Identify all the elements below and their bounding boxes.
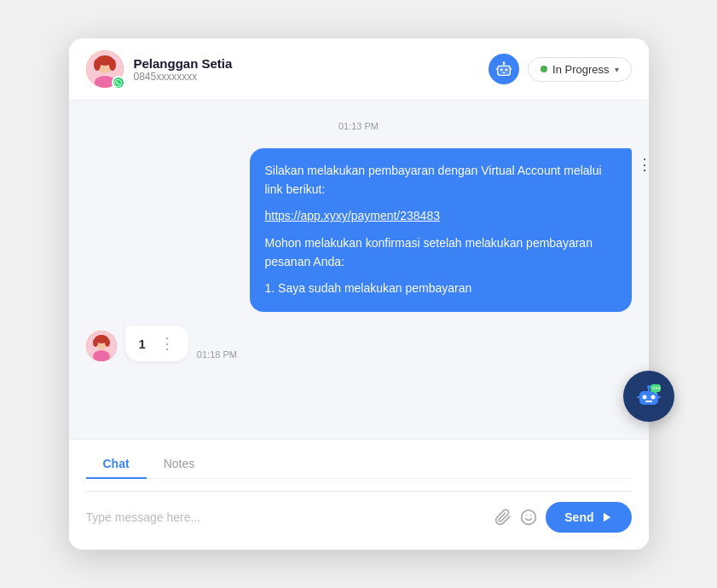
svg-point-4 — [94, 59, 101, 71]
incoming-bubble-row: 1 ⋮ 01:18 PM — [86, 326, 632, 361]
svg-point-33 — [658, 388, 660, 389]
bot-icon-header — [489, 54, 519, 84]
bubble-link[interactable]: https://app.xyxy/payment/238483 — [265, 207, 616, 226]
emoji-button[interactable] — [520, 509, 537, 526]
chevron-down-icon: ▾ — [615, 65, 619, 74]
chat-window: Pelanggan Setia 0845xxxxxxxx In Progress… — [69, 38, 649, 550]
bubble-number: 1 — [139, 337, 146, 351]
svg-point-12 — [503, 61, 506, 64]
divider — [86, 491, 632, 492]
svg-point-26 — [647, 385, 651, 389]
header-info: Pelanggan Setia 0845xxxxxxxx — [134, 56, 489, 83]
svg-rect-10 — [502, 72, 506, 73]
svg-point-32 — [656, 388, 657, 389]
message-input[interactable] — [86, 504, 487, 531]
outgoing-bubble-wrap: Silakan melakukan pembayaran dengan Virt… — [86, 148, 632, 312]
bubble-line-3: Mohon melakukan konfirmasi setelah melak… — [265, 234, 616, 271]
avatar-wrap — [86, 50, 124, 88]
small-avatar — [86, 331, 117, 361]
svg-point-5 — [109, 59, 116, 71]
contact-name: Pelanggan Setia — [134, 56, 489, 71]
input-row: Send — [86, 502, 632, 533]
svg-point-9 — [505, 69, 507, 72]
svg-marker-37 — [603, 513, 610, 522]
floating-bot-button[interactable] — [623, 371, 674, 422]
send-label: Send — [564, 510, 593, 524]
incoming-bubble: 1 ⋮ — [125, 326, 188, 361]
outgoing-bubble: Silakan melakukan pembayaran dengan Virt… — [250, 148, 632, 312]
bubble-menu-icon[interactable]: ⋮ — [637, 157, 652, 172]
attachment-button[interactable] — [494, 509, 512, 526]
status-dot — [541, 66, 547, 72]
timestamp-in: 01:18 PM — [197, 349, 237, 360]
bubble-options-icon[interactable]: ⋮ — [159, 334, 175, 353]
svg-point-22 — [642, 395, 646, 400]
svg-point-19 — [93, 338, 98, 347]
status-badge[interactable]: In Progress ▾ — [528, 57, 631, 82]
svg-rect-24 — [645, 401, 652, 402]
svg-point-20 — [105, 338, 110, 347]
input-icons — [494, 509, 537, 526]
svg-point-31 — [653, 388, 655, 389]
timestamp-out: 01:13 PM — [86, 121, 632, 131]
svg-point-34 — [522, 510, 536, 525]
contact-phone: 0845xxxxxxxx — [134, 71, 489, 83]
svg-rect-6 — [498, 66, 511, 75]
whatsapp-badge — [112, 76, 125, 89]
chat-header: Pelanggan Setia 0845xxxxxxxx In Progress… — [69, 38, 649, 101]
svg-point-8 — [500, 69, 503, 72]
messages-area: 01:13 PM Silakan melakukan pembayaran de… — [69, 101, 649, 439]
svg-point-23 — [651, 395, 655, 400]
message-input-wrap — [86, 504, 487, 531]
tab-chat[interactable]: Chat — [86, 450, 147, 479]
bubble-line-4: 1. Saya sudah melakukan pembayaran — [265, 280, 616, 298]
input-area: Chat Notes — [69, 439, 649, 550]
tabs: Chat Notes — [86, 450, 632, 479]
tab-notes[interactable]: Notes — [147, 450, 212, 479]
send-button[interactable]: Send — [546, 502, 631, 533]
status-label: In Progress — [552, 63, 609, 76]
bubble-line-1: Silakan melakukan pembayaran dengan Virt… — [265, 162, 616, 199]
